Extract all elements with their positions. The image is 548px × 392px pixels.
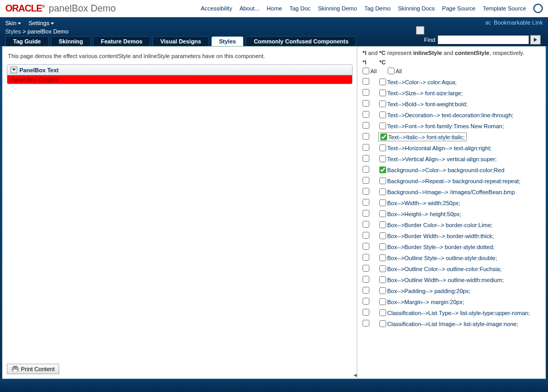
inline-checkbox[interactable] — [363, 199, 369, 206]
content-checkbox[interactable] — [379, 254, 386, 261]
content-checkbox[interactable] — [379, 122, 386, 129]
settings-dropdown[interactable]: Settings — [28, 20, 54, 26]
inline-checkbox[interactable] — [363, 210, 369, 217]
tab-skinning[interactable]: Skinning — [51, 36, 91, 46]
style-row: Box-->Height--> height:50px; — [363, 209, 540, 218]
content-checkbox[interactable] — [379, 232, 386, 239]
content-checkbox[interactable] — [379, 298, 386, 305]
inline-checkbox[interactable] — [363, 265, 369, 272]
content-checkbox[interactable] — [379, 89, 386, 96]
style-label: Background-->Repeat--> background-repeat… — [387, 178, 520, 184]
content-checkbox[interactable] — [379, 166, 386, 173]
header-link[interactable]: Tag Demo — [364, 5, 390, 12]
content-checkbox[interactable] — [379, 144, 386, 151]
style-label: Text-->Vertical Align--> vertical-align:… — [387, 156, 497, 162]
style-label: Background-->Image--> /images/CoffeeBean… — [387, 189, 515, 195]
inline-checkbox[interactable] — [363, 144, 369, 151]
inline-checkbox[interactable] — [363, 221, 369, 228]
style-row: Text-->Vertical Align--> vertical-align:… — [363, 154, 540, 163]
inline-checkbox[interactable] — [363, 298, 369, 305]
style-label: Text-->Italic--> font-style:italic; — [388, 134, 465, 140]
style-row: Text-->Horizontal Align--> text-align:ri… — [363, 143, 540, 152]
header-links: AccessibilityAbout...HomeTag DocSkinning… — [201, 4, 543, 13]
content-checkbox[interactable] — [379, 188, 386, 195]
tab-tag-guide[interactable]: Tag Guide — [5, 36, 49, 46]
content-checkbox[interactable] — [379, 309, 386, 316]
style-label: Text-->Decoration--> text-decoration:lin… — [387, 112, 513, 118]
style-label: Box-->Padding--> padding:20px; — [387, 288, 470, 294]
find-go-button[interactable] — [530, 35, 541, 44]
header-link[interactable]: About... — [239, 5, 259, 12]
content-checkbox[interactable] — [379, 155, 386, 162]
header-link[interactable]: Page Source — [442, 5, 476, 12]
header-link[interactable]: Template Source — [483, 5, 526, 12]
header-link[interactable]: Skinning Demo — [318, 5, 357, 12]
find-input[interactable] — [437, 35, 529, 44]
bookmark-icon[interactable] — [416, 26, 424, 35]
inline-checkbox[interactable] — [363, 166, 369, 173]
inline-checkbox[interactable] — [363, 89, 369, 96]
inline-checkbox[interactable] — [363, 232, 369, 239]
tab-commonly-confused-components[interactable]: Commonly Confused Components — [246, 36, 356, 46]
inline-checkbox[interactable] — [363, 320, 369, 327]
header-link[interactable]: Skinning Docs — [398, 5, 435, 12]
crumb-root[interactable]: Styles — [5, 28, 21, 35]
inline-checkbox[interactable] — [363, 155, 369, 162]
style-row: Text-->Size--> font-size:large; — [363, 88, 540, 97]
content-checkbox[interactable] — [379, 320, 386, 327]
footer — [0, 379, 548, 392]
arrow-right-icon — [534, 38, 537, 42]
app-title: panelBox Demo — [49, 3, 116, 14]
content-checkbox[interactable] — [379, 265, 386, 272]
inline-checkbox[interactable] — [363, 133, 369, 140]
tab-feature-demos[interactable]: Feature Demos — [93, 36, 150, 46]
all-content-checkbox[interactable] — [388, 68, 394, 74]
content-checkbox[interactable] — [379, 199, 386, 206]
all-inline-checkbox[interactable] — [363, 68, 369, 74]
bookmarkable-link[interactable]: Bookmarkable Link — [484, 19, 543, 26]
style-row: Text-->Color--> color:Aqua; — [363, 77, 540, 86]
inline-checkbox[interactable] — [363, 78, 369, 85]
style-label: Classification-->List Image--> list-styl… — [387, 321, 518, 327]
inline-checkbox[interactable] — [363, 100, 369, 107]
tab-visual-designs[interactable]: Visual Designs — [152, 36, 209, 46]
inline-checkbox[interactable] — [363, 177, 369, 184]
style-label: Box-->Border Style--> border-style:dotte… — [387, 244, 495, 250]
content-checkbox[interactable] — [380, 133, 387, 140]
style-row: Box-->Border Style--> border-style:dotte… — [363, 242, 540, 251]
inline-checkbox[interactable] — [363, 276, 369, 283]
header-link[interactable]: Tag Doc — [289, 5, 310, 12]
style-label: Box-->Outline Width--> outline-width:med… — [387, 277, 504, 283]
inline-checkbox[interactable] — [363, 287, 369, 294]
splitter-handle[interactable]: ◄ — [353, 372, 358, 378]
skin-dropdown[interactable]: Skin — [5, 20, 21, 26]
disclose-toggle[interactable] — [10, 66, 17, 73]
inline-checkbox[interactable] — [363, 254, 369, 261]
content-checkbox[interactable] — [379, 287, 386, 294]
content-checkbox[interactable] — [379, 243, 386, 250]
header-link[interactable]: Accessibility — [201, 5, 232, 12]
inline-checkbox[interactable] — [363, 243, 369, 250]
content-checkbox[interactable] — [379, 177, 386, 184]
inline-checkbox[interactable] — [363, 188, 369, 195]
content-checkbox[interactable] — [379, 210, 386, 217]
content-checkbox[interactable] — [379, 111, 386, 118]
style-label: Box-->Border Width--> border-width:thick… — [387, 233, 494, 239]
content-checkbox[interactable] — [379, 276, 386, 283]
crumb-current: panelBox Demo — [28, 28, 69, 35]
print-content-button[interactable]: Print Content — [7, 364, 59, 374]
style-label: Text-->Horizontal Align--> text-align:ri… — [387, 145, 491, 151]
inline-checkbox[interactable] — [363, 122, 369, 129]
tab-bar: Tag GuideSkinningFeature DemosVisual Des… — [0, 36, 548, 46]
oracle-o-icon[interactable] — [533, 4, 543, 13]
style-row: Text-->Italic--> font-style:italic; — [363, 132, 540, 141]
style-row: Text-->Decoration--> text-decoration:lin… — [363, 110, 540, 119]
inline-checkbox[interactable] — [363, 111, 369, 118]
content-checkbox[interactable] — [379, 100, 386, 107]
content-checkbox[interactable] — [379, 221, 386, 228]
tab-styles[interactable]: Styles — [211, 36, 244, 46]
inline-checkbox[interactable] — [363, 309, 369, 316]
col-content: *C — [379, 59, 386, 65]
content-checkbox[interactable] — [379, 79, 386, 85]
header-link[interactable]: Home — [267, 5, 282, 12]
